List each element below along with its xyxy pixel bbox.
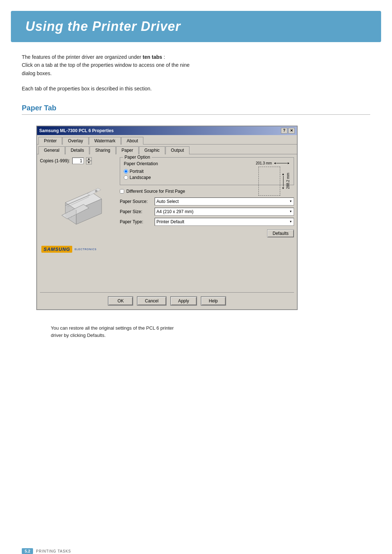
different-source-checkbox[interactable] — [120, 189, 124, 194]
tab-paper[interactable]: Paper — [116, 146, 139, 154]
footer-text: Printing Tasks — [36, 549, 71, 553]
tab-sharing[interactable]: Sharing — [90, 146, 115, 154]
copies-label: Copies (1-999): — [40, 158, 70, 163]
copies-spinner: ▲ ▼ — [86, 157, 92, 164]
tab-about[interactable]: About — [121, 137, 143, 144]
portrait-radio-row: Portrait — [124, 169, 151, 174]
paper-source-label: Paper Source: — [120, 199, 152, 204]
dialog-title: Samsung ML-7300 PCL 6 Properties — [39, 128, 114, 133]
copies-input[interactable] — [72, 158, 84, 164]
apply-button[interactable]: Apply — [170, 296, 197, 306]
copies-up-button[interactable]: ▲ — [86, 157, 92, 161]
svg-point-8 — [95, 190, 97, 192]
tab-watermark[interactable]: Watermark — [89, 137, 121, 144]
intro-line1b: : — [162, 54, 165, 60]
tab-general[interactable]: General — [38, 146, 65, 154]
portrait-label: Portrait — [130, 169, 144, 174]
copies-down-button[interactable]: ▼ — [86, 161, 92, 164]
desc-line2: driver by clicking Defaults. — [51, 333, 106, 338]
portrait-radio[interactable] — [124, 169, 128, 174]
description-text: You can restore all the original setting… — [51, 325, 370, 340]
help-button[interactable]: Help — [201, 296, 226, 306]
paper-type-arrow: ▼ — [289, 220, 292, 223]
paper-size-arrow: ▼ — [289, 210, 292, 213]
tab-row-1: Printer Overlay Watermark About — [37, 135, 297, 144]
samsung-logo-box: SAMSUNG — [41, 246, 72, 253]
paper-option-group: Paper Option Paper Orientation Portrait — [120, 157, 294, 185]
section-title: Paper Tab — [22, 104, 370, 115]
different-source-label: Different Source for First Page — [126, 189, 185, 194]
defaults-btn-area: Defaults — [120, 229, 294, 237]
intro-line3: dialog boxes. — [22, 70, 52, 76]
dialog-body: Copies (1-999): ▲ ▼ — [37, 154, 297, 292]
tab-details[interactable]: Details — [65, 146, 90, 154]
intro-paragraph2: Each tab of the properties box is descri… — [22, 85, 370, 93]
paper-type-select[interactable]: Printer Default ▼ — [155, 218, 294, 226]
desc-line1: You can restore all the original setting… — [51, 325, 174, 331]
paper-rect — [258, 167, 280, 196]
tab-overlay[interactable]: Overlay — [62, 137, 88, 144]
electronics-text: ELECTRONICS — [74, 248, 97, 250]
landscape-radio-row: Landscape — [124, 175, 151, 180]
page-title: Using the Printer Driver — [25, 19, 367, 34]
intro-bold: ten tabs — [143, 54, 162, 60]
paper-source-value: Auto Select — [156, 199, 179, 204]
tab-graphic[interactable]: Graphic — [139, 146, 165, 154]
intro-line5: Each tab of the properties box is descri… — [22, 86, 152, 91]
titlebar-buttons: ? ✕ — [281, 128, 295, 134]
paper-size-row: Paper Size: A4 (210 x 297 mm) ▼ — [120, 208, 294, 216]
dimensions-area: 201.3 mm ◄ ► — [256, 161, 290, 196]
intro-paragraph: The features of the printer driver are o… — [22, 53, 370, 77]
close-titlebar-button[interactable]: ✕ — [288, 128, 295, 134]
footer-badge: 5.2 — [22, 548, 33, 554]
tab-printer[interactable]: Printer — [38, 137, 62, 144]
paper-source-select[interactable]: Auto Select ▼ — [155, 197, 294, 205]
cancel-button[interactable]: Cancel — [137, 296, 166, 306]
dialog-container: Samsung ML-7300 PCL 6 Properties ? ✕ Pri… — [36, 126, 298, 310]
paper-size-select[interactable]: A4 (210 x 297 mm) ▼ — [155, 208, 294, 216]
dialog-titlebar: Samsung ML-7300 PCL 6 Properties ? ✕ — [37, 126, 297, 135]
samsung-logo-area: SAMSUNG ELECTRONICS — [40, 244, 116, 254]
left-panel: Copies (1-999): ▲ ▼ — [40, 157, 116, 289]
dim-height-label: 288.2 mm — [286, 173, 290, 189]
dialog-window: Samsung ML-7300 PCL 6 Properties ? ✕ Pri… — [36, 126, 298, 310]
tab-row-2: General Details Sharing Paper Graphic Ou… — [37, 144, 297, 154]
paper-size-value: A4 (210 x 297 mm) — [156, 209, 193, 214]
ok-button[interactable]: OK — [108, 296, 133, 306]
paper-type-row: Paper Type: Printer Default ▼ — [120, 218, 294, 226]
intro-line1: The features of the printer driver are o… — [22, 54, 143, 60]
dim-width-label: 201.3 mm — [256, 161, 272, 165]
paper-size-label: Paper Size: — [120, 209, 152, 214]
footer: 5.2 Printing Tasks — [22, 548, 71, 554]
header-banner: Using the Printer Driver — [11, 11, 381, 42]
paper-option-label: Paper Option — [123, 155, 152, 160]
dialog-bottom: OK Cancel Apply Help — [37, 293, 297, 309]
paper-type-value: Printer Default — [156, 219, 184, 224]
samsung-text: SAMSUNG — [44, 247, 70, 252]
intro-line2: Click on a tab at the top of the propert… — [22, 62, 189, 68]
help-titlebar-button[interactable]: ? — [281, 128, 287, 134]
right-panel: Paper Option Paper Orientation Portrait — [120, 157, 294, 289]
tab-output[interactable]: Output — [166, 146, 189, 154]
printer-image-area — [42, 168, 114, 237]
landscape-label: Landscape — [130, 175, 151, 180]
paper-source-arrow: ▼ — [289, 200, 292, 203]
copies-row: Copies (1-999): ▲ ▼ — [40, 157, 116, 164]
printer-image — [47, 174, 109, 232]
paper-source-row: Paper Source: Auto Select ▼ — [120, 197, 294, 205]
defaults-button[interactable]: Defaults — [267, 229, 294, 237]
paper-type-label: Paper Type: — [120, 219, 152, 224]
landscape-radio[interactable] — [124, 175, 128, 180]
